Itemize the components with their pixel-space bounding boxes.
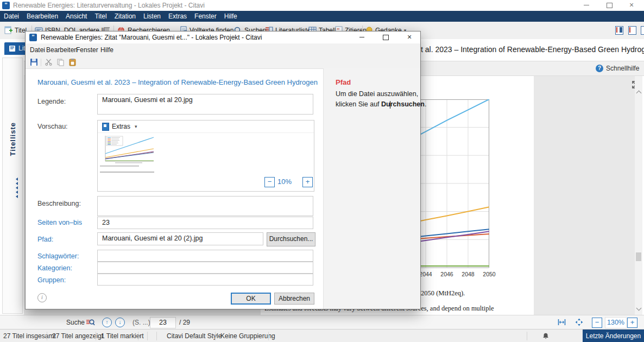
seiten-input[interactable]: 23 [97,217,313,229]
search-in-document-button[interactable] [86,318,95,328]
legende-input[interactable]: Marouani, Guesmi et al 20.jpg [97,94,313,115]
paste-icon [68,58,77,66]
svg-text:2044: 2044 [419,271,432,277]
dialog-menu-bearbeiten[interactable]: Bearbeiten [46,43,78,56]
down-arrow-icon: ↓ [119,319,122,325]
menu-ansicht[interactable]: Ansicht [62,11,91,22]
gruppen-input[interactable] [97,274,313,286]
close-button[interactable]: × [621,0,642,11]
chevron-left-icon [16,191,18,194]
dialog-menu-fenster[interactable]: Fenster [76,43,98,56]
scrollbar-thumb[interactable] [636,252,641,261]
cancel-button[interactable]: Abbrechen [274,293,314,305]
dialog-maximize-button[interactable] [378,31,393,43]
kategorien-link[interactable]: Kategorien: [37,264,72,272]
paste-button[interactable] [68,58,77,68]
fit-page-button[interactable] [575,318,583,328]
dialog-titlebar: ” Renewable Energies: Zitat "Marouani, G… [26,31,420,43]
toolbar-titel-button[interactable]: Titel [4,26,27,35]
copy-icon [56,58,65,66]
schlagwoerter-input[interactable] [97,250,313,262]
preview-zoom-in-button[interactable]: + [302,177,313,187]
browse-button[interactable]: Durchsuchen... [267,232,315,246]
up-arrow-icon: ↑ [106,319,109,325]
status-citation-style[interactable]: Citavi Default Style [167,330,222,342]
layout-red-stripe [616,27,617,33]
restore-button[interactable] [599,0,620,11]
menu-fenster[interactable]: Fenster [191,11,220,22]
preview-thumbnail-chart[interactable] [99,134,160,168]
kategorien-input[interactable] [97,262,313,274]
layout-one-pane-button[interactable] [641,26,644,35]
reference-link[interactable]: Marouani, Guesmi et al. 2023 – Integrati… [37,78,318,86]
recent-changes-button[interactable]: Letzte Änderungen [583,330,644,342]
extras-dropdown[interactable]: Extras ▾ [98,121,314,133]
help-panel-text: Um die Datei auszuwählen,klicken Sie auf… [336,89,429,110]
fit-width-button[interactable] [558,318,566,328]
status-marked-titles: 1 Titel markiert [101,330,144,342]
quick-help-link[interactable]: Schnellhilfe [606,61,639,75]
status-grouping[interactable]: Keine Gruppierung [220,330,275,342]
pfad-input[interactable]: Marouani, Guesmi et al 20 (2).jpg [97,232,263,245]
vorschau-label: Vorschau: [37,123,68,130]
dialog-toolbar [26,56,420,69]
zoom-level-input[interactable]: 130% [605,317,627,328]
restore-icon [607,3,613,8]
pfad-link[interactable]: Pfad: [37,236,53,243]
next-result-button[interactable]: ↓ [115,318,125,327]
preview-footer-bar: Suche ↑ ↓ (S. ...) 23 / 29 − 130% + [0,315,644,330]
splitter-handle[interactable] [16,176,18,199]
page-number-input[interactable]: 23 [150,317,176,328]
schlagwoerter-link[interactable]: Schlagwörter: [37,252,79,260]
citavi-logo-icon: ” [2,2,10,9]
zoom-out-button[interactable]: − [592,318,602,328]
close-icon: × [629,1,634,9]
info-icon[interactable]: i [37,293,47,302]
cut-button[interactable] [45,58,53,68]
beschreibung-input[interactable] [97,196,313,216]
notifications-button[interactable] [542,332,550,341]
layout-blue-pane [620,27,622,33]
scroll-up-icon[interactable] [636,91,642,96]
menu-bearbeiten[interactable]: Bearbeiten [23,11,62,22]
ok-button[interactable]: OK [231,293,271,305]
fit-page-icon [575,318,583,326]
vertical-scrollbar[interactable] [635,76,642,315]
page-total: / 29 [179,315,190,330]
chevron-left-icon [16,195,18,198]
gruppen-link[interactable]: Gruppen: [37,276,66,284]
menu-titel[interactable]: Titel [91,11,110,22]
scroll-down-icon[interactable] [636,306,642,311]
dialog-menu-hilfe[interactable]: Hilfe [100,43,113,56]
zoom-in-button[interactable]: + [627,318,637,328]
save-button[interactable] [30,58,38,68]
layout-three-pane-button[interactable] [615,26,623,35]
dialog-menubar: Datei Bearbeiten Fenster Hilfe [26,43,420,56]
menu-zitation[interactable]: Zitation [111,11,140,22]
text-cursor [390,101,390,109]
dialog-menu-datei[interactable]: Datei [30,43,45,56]
layout-two-pane-button[interactable] [628,26,636,35]
previous-result-button[interactable]: ↑ [102,318,112,327]
reference-title: t al. 2023 – Integration of Renewable-En… [421,45,644,54]
preview-zoom-out-button[interactable]: − [264,177,275,187]
help-line2-pre: klicken Sie auf [336,100,381,108]
search-lines-icon [86,318,95,327]
titelliste-collapsed-panel[interactable]: Titelliste [2,58,23,314]
minimize-button[interactable] [576,0,597,11]
dialog-close-button[interactable]: × [402,31,417,43]
copy-button[interactable] [56,58,65,68]
statusbar: 27 Titel insgesamt 27 Titel angezeigt 1 … [0,329,644,342]
main-titlebar: ” Renewable Energies: Literaturverwaltun… [0,0,644,11]
chevron-left-icon [16,178,18,181]
svg-text:2050: 2050 [483,271,496,277]
minimize-icon [584,5,589,5]
menu-listen[interactable]: Listen [140,11,165,22]
help-line2-bold: Durchsuchen [381,100,425,108]
help-question-icon: ? [596,65,603,72]
menu-extras[interactable]: Extras [165,11,191,22]
menu-datei[interactable]: Datei [0,11,23,22]
menu-hilfe[interactable]: Hilfe [220,11,241,22]
dialog-minimize-button[interactable] [354,31,369,43]
seiten-von-bis-link[interactable]: Seiten von–bis [37,219,82,226]
